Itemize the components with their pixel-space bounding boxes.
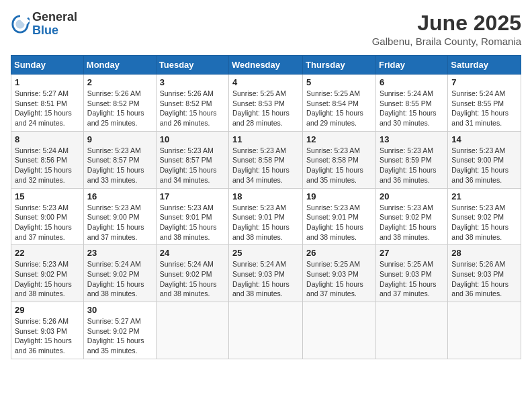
- day-info: Sunrise: 5:26 AM Sunset: 9:03 PM Dayligh…: [15, 316, 80, 356]
- table-cell: 14Sunrise: 5:23 AM Sunset: 9:00 PM Dayli…: [448, 131, 521, 188]
- calendar-week-1: 1Sunrise: 5:27 AM Sunset: 8:51 PM Daylig…: [11, 75, 521, 132]
- day-info: Sunrise: 5:24 AM Sunset: 9:03 PM Dayligh…: [232, 259, 299, 299]
- table-cell: 6Sunrise: 5:24 AM Sunset: 8:55 PM Daylig…: [375, 75, 447, 132]
- day-info: Sunrise: 5:23 AM Sunset: 8:59 PM Dayligh…: [380, 146, 444, 185]
- day-info: Sunrise: 5:23 AM Sunset: 8:58 PM Dayligh…: [232, 146, 299, 185]
- day-info: Sunrise: 5:23 AM Sunset: 9:01 PM Dayligh…: [232, 203, 299, 242]
- day-info: Sunrise: 5:24 AM Sunset: 8:55 PM Dayligh…: [380, 89, 444, 128]
- logo-text: General Blue: [32, 11, 77, 38]
- table-cell: 16Sunrise: 5:23 AM Sunset: 9:00 PM Dayli…: [83, 188, 156, 245]
- day-number: 2: [87, 77, 152, 87]
- page-header: General Blue June 2025 Galbenu, Braila C…: [11, 11, 521, 47]
- day-info: Sunrise: 5:24 AM Sunset: 8:56 PM Dayligh…: [15, 146, 80, 185]
- day-info: Sunrise: 5:23 AM Sunset: 8:57 PM Dayligh…: [87, 146, 152, 185]
- day-number: 14: [451, 134, 517, 144]
- col-friday: Friday: [375, 56, 447, 75]
- day-number: 29: [15, 305, 80, 315]
- day-number: 8: [15, 134, 80, 144]
- day-number: 11: [232, 134, 299, 144]
- day-number: 28: [451, 248, 517, 258]
- day-info: Sunrise: 5:26 AM Sunset: 8:52 PM Dayligh…: [87, 89, 152, 128]
- day-number: 3: [160, 77, 225, 87]
- day-number: 15: [15, 191, 80, 201]
- day-info: Sunrise: 5:23 AM Sunset: 9:00 PM Dayligh…: [15, 203, 80, 242]
- table-cell: 23Sunrise: 5:24 AM Sunset: 9:02 PM Dayli…: [83, 245, 156, 302]
- table-cell: 18Sunrise: 5:23 AM Sunset: 9:01 PM Dayli…: [229, 188, 303, 245]
- table-cell: [303, 302, 376, 359]
- table-cell: 10Sunrise: 5:23 AM Sunset: 8:57 PM Dayli…: [156, 131, 228, 188]
- logo: General Blue: [11, 11, 77, 38]
- table-cell: 26Sunrise: 5:25 AM Sunset: 9:03 PM Dayli…: [303, 245, 376, 302]
- day-number: 10: [160, 134, 225, 144]
- table-cell: 15Sunrise: 5:23 AM Sunset: 9:00 PM Dayli…: [11, 188, 84, 245]
- calendar-week-4: 22Sunrise: 5:23 AM Sunset: 9:02 PM Dayli…: [11, 245, 521, 302]
- day-number: 25: [232, 248, 299, 258]
- table-cell: [448, 302, 521, 359]
- day-info: Sunrise: 5:25 AM Sunset: 9:03 PM Dayligh…: [306, 259, 372, 299]
- day-number: 16: [87, 191, 152, 201]
- table-cell: [229, 302, 303, 359]
- day-info: Sunrise: 5:27 AM Sunset: 8:51 PM Dayligh…: [15, 89, 80, 128]
- table-cell: 25Sunrise: 5:24 AM Sunset: 9:03 PM Dayli…: [229, 245, 303, 302]
- table-cell: [375, 302, 447, 359]
- table-cell: 12Sunrise: 5:23 AM Sunset: 8:58 PM Dayli…: [303, 131, 376, 188]
- table-cell: 3Sunrise: 5:26 AM Sunset: 8:52 PM Daylig…: [156, 75, 228, 132]
- logo-general-text: General: [32, 11, 77, 24]
- day-number: 17: [160, 191, 225, 201]
- table-cell: 13Sunrise: 5:23 AM Sunset: 8:59 PM Dayli…: [375, 131, 447, 188]
- day-info: Sunrise: 5:26 AM Sunset: 9:03 PM Dayligh…: [451, 259, 517, 299]
- logo-blue-text: Blue: [32, 24, 77, 38]
- day-info: Sunrise: 5:23 AM Sunset: 8:58 PM Dayligh…: [306, 146, 372, 185]
- table-cell: 2Sunrise: 5:26 AM Sunset: 8:52 PM Daylig…: [83, 75, 156, 132]
- day-info: Sunrise: 5:23 AM Sunset: 9:02 PM Dayligh…: [451, 203, 517, 242]
- day-number: 9: [87, 134, 152, 144]
- table-cell: [156, 302, 228, 359]
- col-thursday: Thursday: [303, 56, 376, 75]
- table-cell: 21Sunrise: 5:23 AM Sunset: 9:02 PM Dayli…: [448, 188, 521, 245]
- day-info: Sunrise: 5:23 AM Sunset: 8:57 PM Dayligh…: [160, 146, 225, 185]
- calendar-table: Sunday Monday Tuesday Wednesday Thursday…: [11, 55, 521, 359]
- day-info: Sunrise: 5:26 AM Sunset: 8:52 PM Dayligh…: [160, 89, 225, 128]
- col-wednesday: Wednesday: [229, 56, 303, 75]
- day-number: 23: [87, 248, 152, 258]
- day-info: Sunrise: 5:23 AM Sunset: 9:01 PM Dayligh…: [160, 203, 225, 242]
- day-info: Sunrise: 5:23 AM Sunset: 9:01 PM Dayligh…: [306, 203, 372, 242]
- day-number: 18: [232, 191, 299, 201]
- day-number: 6: [380, 77, 444, 87]
- table-cell: 28Sunrise: 5:26 AM Sunset: 9:03 PM Dayli…: [448, 245, 521, 302]
- day-info: Sunrise: 5:24 AM Sunset: 9:02 PM Dayligh…: [87, 259, 152, 299]
- table-cell: 1Sunrise: 5:27 AM Sunset: 8:51 PM Daylig…: [11, 75, 84, 132]
- day-number: 20: [380, 191, 444, 201]
- day-info: Sunrise: 5:23 AM Sunset: 9:02 PM Dayligh…: [380, 203, 444, 242]
- table-cell: 19Sunrise: 5:23 AM Sunset: 9:01 PM Dayli…: [303, 188, 376, 245]
- day-info: Sunrise: 5:24 AM Sunset: 8:55 PM Dayligh…: [451, 89, 517, 128]
- table-cell: 27Sunrise: 5:25 AM Sunset: 9:03 PM Dayli…: [375, 245, 447, 302]
- col-monday: Monday: [83, 56, 156, 75]
- table-cell: 5Sunrise: 5:25 AM Sunset: 8:54 PM Daylig…: [303, 75, 376, 132]
- table-cell: 29Sunrise: 5:26 AM Sunset: 9:03 PM Dayli…: [11, 302, 84, 359]
- table-cell: 22Sunrise: 5:23 AM Sunset: 9:02 PM Dayli…: [11, 245, 84, 302]
- location-title: Galbenu, Braila County, Romania: [372, 36, 521, 47]
- table-cell: 24Sunrise: 5:24 AM Sunset: 9:02 PM Dayli…: [156, 245, 228, 302]
- calendar-week-3: 15Sunrise: 5:23 AM Sunset: 9:00 PM Dayli…: [11, 188, 521, 245]
- title-section: June 2025 Galbenu, Braila County, Romani…: [372, 11, 521, 47]
- day-info: Sunrise: 5:23 AM Sunset: 9:00 PM Dayligh…: [451, 146, 517, 185]
- day-info: Sunrise: 5:25 AM Sunset: 9:03 PM Dayligh…: [380, 259, 444, 299]
- table-cell: 9Sunrise: 5:23 AM Sunset: 8:57 PM Daylig…: [83, 131, 156, 188]
- day-number: 1: [15, 77, 80, 87]
- day-info: Sunrise: 5:23 AM Sunset: 9:00 PM Dayligh…: [87, 203, 152, 242]
- col-sunday: Sunday: [11, 56, 84, 75]
- day-info: Sunrise: 5:25 AM Sunset: 8:53 PM Dayligh…: [232, 89, 299, 128]
- day-number: 24: [160, 248, 225, 258]
- day-number: 21: [451, 191, 517, 201]
- month-title: June 2025: [372, 11, 521, 36]
- col-tuesday: Tuesday: [156, 56, 228, 75]
- day-info: Sunrise: 5:24 AM Sunset: 9:02 PM Dayligh…: [160, 259, 225, 299]
- table-cell: 17Sunrise: 5:23 AM Sunset: 9:01 PM Dayli…: [156, 188, 228, 245]
- calendar-header-row: Sunday Monday Tuesday Wednesday Thursday…: [11, 56, 521, 75]
- day-number: 5: [306, 77, 372, 87]
- table-cell: 4Sunrise: 5:25 AM Sunset: 8:53 PM Daylig…: [229, 75, 303, 132]
- table-cell: 20Sunrise: 5:23 AM Sunset: 9:02 PM Dayli…: [375, 188, 447, 245]
- day-number: 7: [451, 77, 517, 87]
- day-number: 27: [380, 248, 444, 258]
